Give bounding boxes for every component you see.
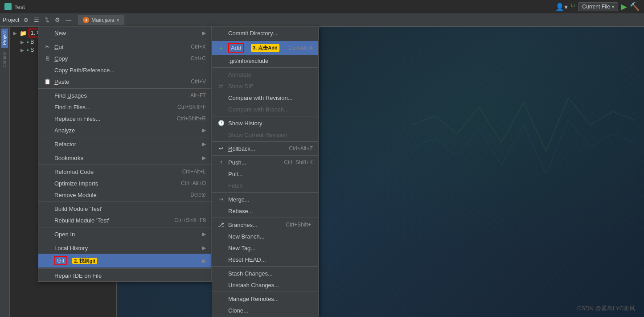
copy-path-icon <box>44 66 51 74</box>
local-history-arrow: ▶ <box>202 245 206 251</box>
git-manage-remotes[interactable]: Manage Remotes... <box>212 293 318 305</box>
java-file-icon: J <box>83 17 89 23</box>
current-rev-icon <box>217 131 225 138</box>
folder-icon: 📁 <box>20 30 27 37</box>
menu-item-paste[interactable]: 📋 Paste Ctrl+V <box>38 76 211 87</box>
settings-btn[interactable]: ⚙ <box>52 16 63 24</box>
menu-item-local-history[interactable]: Local History ▶ <box>38 242 211 254</box>
fetch-label: Fetch <box>228 182 243 189</box>
copy-icon: ⎘ <box>44 55 51 62</box>
compare-rev-label: Compare with Revision... <box>228 95 293 101</box>
separator <box>76 16 76 24</box>
rebuild-shortcut: Ctrl+Shift+F9 <box>174 217 206 223</box>
menu-item-analyze[interactable]: Analyze ▶ <box>38 124 211 136</box>
project-label: Project <box>3 17 19 23</box>
remove-shortcut: Delete <box>190 192 206 198</box>
context-menu: New ▶ ✂ Cut Ctrl+X ⎘ Copy Ctrl+C Copy Pa… <box>38 27 212 282</box>
git-show-history[interactable]: 🕐 Show History <box>212 117 318 129</box>
build-icon[interactable]: 🔨 <box>630 2 640 12</box>
git-branches[interactable]: ⎇ Branches... Ctrl+Shift+` <box>212 219 318 231</box>
add-module-btn[interactable]: ⊕ <box>21 16 31 24</box>
menu-item-copy-path[interactable]: Copy Path/Reference... <box>38 64 211 76</box>
menu-item-repair[interactable]: Repair IDE on File <box>38 270 211 281</box>
git-new-branch[interactable]: New Branch... <box>212 231 318 242</box>
collapse-all-btn[interactable]: ☰ <box>31 16 42 24</box>
build-label: Build Module 'Test' <box>54 206 103 212</box>
step3-label: 3. 点击Add <box>251 44 279 52</box>
watermark: CSDN @雾岛LYC听风 <box>577 305 635 313</box>
user-icon[interactable]: 👤▾ <box>555 3 568 11</box>
chevron-down-icon: ▾ <box>612 4 614 9</box>
project-sidebar-label[interactable]: Project <box>1 29 8 48</box>
git-rollback[interactable]: ↩ Rollback... Ctrl+Alt+Z <box>212 143 318 154</box>
git-unstash[interactable]: Unstash Changes... <box>212 279 318 291</box>
new-branch-label: New Branch... <box>228 233 265 240</box>
current-file-selector[interactable]: Current File ▾ <box>578 2 618 11</box>
git-compare-revision[interactable]: Compare with Revision... <box>212 92 318 103</box>
git-sep6 <box>212 218 318 218</box>
menu-item-open-in[interactable]: Open In ▶ <box>38 228 211 240</box>
git-sep1 <box>212 67 318 68</box>
rollback-label: Rollback... <box>228 145 255 152</box>
s-label: S <box>30 47 34 53</box>
run-icon[interactable]: ▶ <box>621 2 627 12</box>
menu-item-find-usages[interactable]: Find Usages Alt+F7 <box>38 90 211 101</box>
sep1 <box>38 40 211 40</box>
open-in-arrow: ▶ <box>202 231 206 237</box>
menu-item-reformat[interactable]: Reformat Code Ctrl+Alt+L <box>38 166 211 177</box>
menu-item-rebuild[interactable]: Rebuild Module 'Test' Ctrl+Shift+F9 <box>38 214 211 226</box>
git-pull[interactable]: Pull... <box>212 168 318 180</box>
menu-item-copy[interactable]: ⎘ Copy Ctrl+C <box>38 53 211 64</box>
git-add[interactable]: + Add 3. 点击Add Ctrl+Alt+A <box>212 41 318 55</box>
git-rebase[interactable]: Rebase... <box>212 205 318 217</box>
annotate-icon <box>217 71 225 78</box>
tab-label: Main.java <box>91 17 114 23</box>
git-fetch: Fetch <box>212 180 318 191</box>
minimize-btn[interactable]: — <box>63 16 74 24</box>
menu-item-git[interactable]: Git 2. 找到git ▶ <box>38 254 211 268</box>
close-tab-btn[interactable]: × <box>117 18 119 23</box>
reset-icon <box>217 256 225 263</box>
menu-item-build[interactable]: Build Module 'Test' <box>38 203 211 214</box>
show-history-label: Show History <box>228 120 263 127</box>
annotate-label: Annotate <box>228 71 251 78</box>
compare-branch-label: Compare with Branch... <box>228 106 289 113</box>
stash-icon <box>217 270 225 277</box>
refactor-label: Refactor <box>54 141 76 148</box>
git-menu-icon <box>44 257 51 264</box>
pull-icon <box>217 170 225 177</box>
menu-item-refactor[interactable]: Refactor ▶ <box>38 138 211 150</box>
sort-btn[interactable]: ⇅ <box>42 16 52 24</box>
main-java-tab[interactable]: J Main.java × <box>78 15 124 25</box>
git-exclude[interactable]: .git/info/exclude <box>212 55 318 66</box>
show-current-rev-label: Show Current Revision <box>228 132 287 138</box>
merge-icon: ⇒ <box>217 196 225 203</box>
git-branch-icon[interactable]: ⑂ <box>570 2 575 12</box>
find-usages-label: Find Usages <box>54 92 87 99</box>
git-clone[interactable]: Clone... <box>212 305 318 316</box>
git-push[interactable]: ↑ Push... Ctrl+Shift+K <box>212 156 318 168</box>
new-tag-icon <box>217 244 225 251</box>
expand-arrow-s: ▶ <box>21 48 25 53</box>
expand-arrow: ▶ <box>13 31 18 36</box>
git-show-current-revision: Show Current Revision <box>212 129 318 140</box>
sep4 <box>38 151 211 151</box>
menu-item-remove-module[interactable]: Remove Module Delete <box>38 189 211 201</box>
menu-item-replace-files[interactable]: Replace in Files... Ctrl+Shift+R <box>38 113 211 124</box>
find-files-shortcut: Ctrl+Shift+F <box>177 104 206 110</box>
git-stash[interactable]: Stash Changes... <box>212 268 318 279</box>
menu-item-cut[interactable]: ✂ Cut Ctrl+X <box>38 41 211 53</box>
analyze-label: Analyze <box>54 127 75 134</box>
git-reset-head[interactable]: Reset HEAD... <box>212 254 318 265</box>
commit-sidebar-label[interactable]: Commit <box>1 49 8 70</box>
git-new-tag[interactable]: New Tag... <box>212 242 318 254</box>
add-icon: + <box>217 45 225 52</box>
menu-item-find-in-files[interactable]: Find in Files... Ctrl+Shift+F <box>38 101 211 113</box>
menu-item-optimize[interactable]: Optimize Imports Ctrl+Alt+O <box>38 177 211 189</box>
git-merge[interactable]: ⇒ Merge... <box>212 193 318 205</box>
add-label: Add <box>228 43 244 53</box>
git-commit-dir[interactable]: Commit Directory... <box>212 27 318 39</box>
menu-item-bookmarks[interactable]: Bookmarks ▶ <box>38 152 211 164</box>
bookmarks-arrow: ▶ <box>202 155 206 161</box>
menu-item-new[interactable]: New ▶ <box>38 27 211 39</box>
